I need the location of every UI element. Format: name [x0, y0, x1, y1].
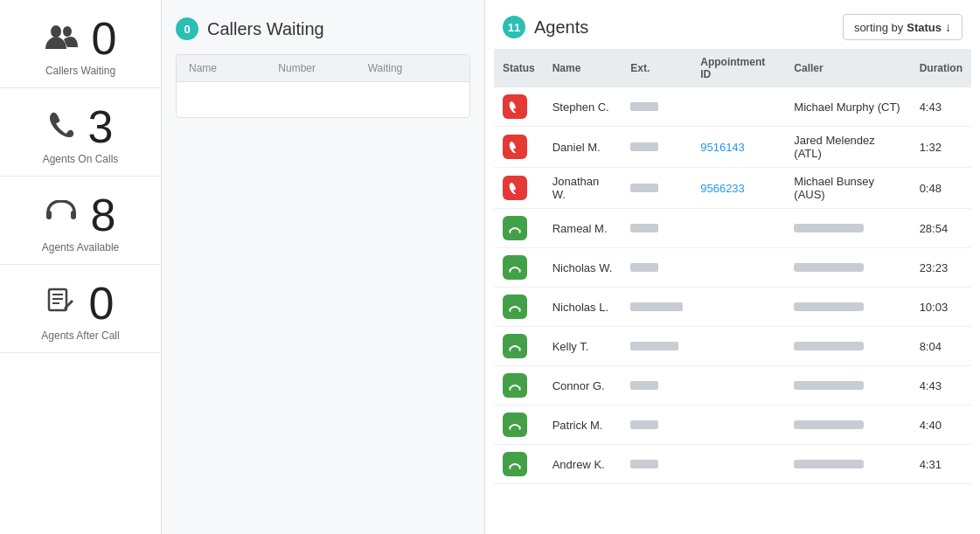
status-cell: [494, 406, 544, 445]
appointment-id: [692, 406, 785, 445]
table-row: Stephen C.Michael Murphy (CT)4:43: [494, 87, 971, 127]
col-duration: Duration: [911, 49, 971, 87]
agents-on-calls-count: 3: [88, 104, 114, 149]
caller-name: [785, 445, 910, 484]
receiver-icon: [45, 200, 77, 231]
callers-header: 0 Callers Waiting: [176, 17, 470, 40]
agents-panel: 11 Agents sorting by Status ↓ Status Nam…: [485, 0, 980, 534]
on-call-icon: [503, 94, 527, 119]
call-duration: 28:54: [911, 209, 971, 248]
table-row: Connor G.4:43: [494, 366, 971, 406]
caller-name: [785, 248, 910, 288]
col-number: Number: [278, 62, 367, 74]
col-caller: Caller: [785, 49, 910, 87]
appointment-id: [692, 248, 785, 288]
callers-table: Name Number Waiting: [176, 54, 470, 118]
after-call-icon: [503, 373, 527, 398]
agents-available-stat: 8 Agents Available: [0, 177, 161, 265]
status-cell: [494, 87, 544, 127]
callers-waiting-stat: 0 Callers Waiting: [0, 0, 161, 88]
call-duration: 8:04: [911, 327, 971, 366]
appointment-id: [692, 327, 785, 366]
on-call-icon: [503, 135, 527, 159]
callers-waiting-badge: 0: [176, 17, 198, 40]
table-row: Daniel M.9516143Jared Melendez (ATL)1:32: [494, 127, 971, 168]
agents-on-calls-stat: 3 Agents On Calls: [0, 88, 161, 177]
call-duration: 4:43: [911, 87, 971, 127]
agent-name: Patrick M.: [544, 406, 622, 445]
after-call-icon: [503, 334, 527, 358]
agent-name: Jonathan W.: [544, 168, 622, 209]
caller-name: [785, 209, 910, 248]
agents-after-call-count: 0: [89, 281, 115, 326]
table-row: Patrick M.4:40: [494, 406, 971, 445]
agent-ext: [622, 445, 692, 484]
table-row: Andrew K.4:31: [494, 445, 971, 484]
agents-header: 11 Agents sorting by Status ↓: [485, 0, 980, 49]
agent-name: Nicholas L.: [544, 288, 622, 327]
agent-name: Rameal M.: [544, 209, 622, 248]
table-row: Nicholas W.23:23: [494, 248, 971, 288]
svg-rect-2: [46, 211, 52, 219]
svg-point-0: [51, 25, 61, 38]
agents-after-call-label: Agents After Call: [41, 329, 119, 342]
appointment-id[interactable]: 9516143: [692, 127, 785, 168]
agent-name: Stephen C.: [544, 87, 622, 127]
sort-key: Status: [907, 21, 942, 34]
caller-name: Jared Melendez (ATL): [785, 127, 910, 168]
agents-available-count: 8: [91, 192, 116, 238]
agent-name: Daniel M.: [544, 127, 622, 168]
call-duration: 4:31: [911, 445, 971, 484]
col-name: Name: [189, 62, 278, 74]
agents-badge: 11: [503, 16, 525, 38]
status-cell: [494, 168, 544, 209]
call-duration: 1:32: [911, 127, 971, 168]
after-call-icon: [503, 295, 527, 319]
status-cell: [494, 366, 544, 406]
agents-available-label: Agents Available: [42, 241, 120, 253]
call-duration: 4:43: [911, 366, 971, 406]
agents-on-calls-label: Agents On Calls: [43, 153, 119, 165]
col-name: Name: [544, 49, 622, 87]
call-duration: 4:40: [911, 406, 971, 445]
call-duration: 23:23: [911, 248, 971, 288]
col-appointment-id: Appointment ID: [692, 49, 785, 87]
appointment-id[interactable]: 9566233: [692, 168, 785, 209]
callers-waiting-panel: 0 Callers Waiting Name Number Waiting: [162, 0, 485, 534]
col-status: Status: [494, 49, 544, 87]
sort-label: sorting by: [854, 21, 903, 34]
on-call-icon: [503, 176, 527, 200]
appointment-id: [692, 288, 785, 327]
status-cell: [494, 445, 544, 484]
callers-table-header: Name Number Waiting: [177, 55, 469, 82]
edit-icon: [47, 288, 75, 320]
agent-ext: [622, 327, 692, 366]
sort-button[interactable]: sorting by Status ↓: [843, 14, 963, 40]
status-cell: [494, 248, 544, 288]
after-call-icon: [503, 255, 527, 280]
caller-name: [785, 327, 910, 366]
agents-table: Status Name Ext. Appointment ID Caller D…: [485, 49, 980, 534]
appointment-id: [692, 445, 785, 484]
status-cell: [494, 327, 544, 366]
agent-name: Kelly T.: [544, 327, 622, 366]
table-row: Jonathan W.9566233Michael Bunsey (AUS)0:…: [494, 168, 971, 209]
callers-waiting-count: 0: [92, 16, 117, 61]
table-row: Kelly T.8:04: [494, 327, 971, 366]
table-row: Rameal M.28:54: [494, 209, 971, 248]
agent-ext: [622, 209, 692, 248]
after-call-icon: [503, 413, 527, 437]
callers-waiting-label: Callers Waiting: [45, 65, 115, 77]
agent-ext: [622, 248, 692, 288]
svg-rect-3: [71, 211, 76, 219]
call-duration: 10:03: [911, 288, 971, 327]
col-ext: Ext.: [622, 49, 692, 87]
people-icon: [45, 23, 78, 55]
col-waiting: Waiting: [368, 62, 457, 74]
agents-after-call-stat: 0 Agents After Call: [0, 265, 161, 353]
agent-ext: [622, 87, 692, 127]
after-call-icon: [503, 452, 527, 476]
status-cell: [494, 127, 544, 168]
agent-ext: [622, 406, 692, 445]
after-call-icon: [503, 216, 527, 240]
